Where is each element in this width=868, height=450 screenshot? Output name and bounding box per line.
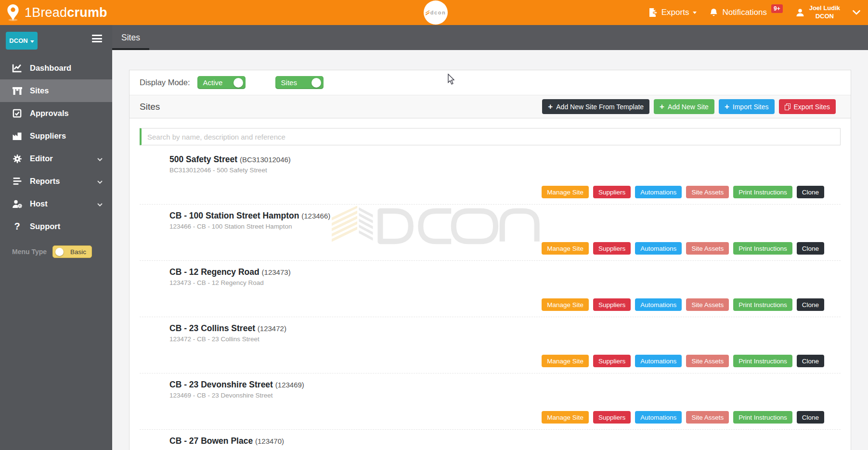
sidebar-item-label: Dashboard — [30, 64, 71, 73]
site-assets-button[interactable]: Site Assets — [686, 242, 729, 255]
user-org: DCON — [809, 13, 840, 21]
user-icon — [795, 8, 805, 17]
suppliers-button[interactable]: Suppliers — [593, 298, 631, 311]
site-assets-button[interactable]: Site Assets — [686, 298, 729, 311]
hamburger-menu-icon[interactable] — [92, 35, 102, 44]
sidebar-item-support[interactable]: ? Support — [0, 215, 112, 238]
print-instructions-button[interactable]: Print Instructions — [733, 186, 792, 198]
site-assets-button[interactable]: Site Assets — [686, 186, 729, 198]
site-reference: (123472) — [258, 324, 286, 333]
site-row: CB - 100 Station Street Hampton (123466)… — [140, 205, 841, 261]
clone-button[interactable]: Clone — [797, 186, 824, 198]
sites-toggle[interactable]: Sites — [275, 76, 324, 89]
manage-site-button[interactable]: Manage Site — [542, 242, 589, 255]
site-reference: (123466) — [301, 212, 330, 220]
site-title: CB - 100 Station Street Hampton (123466) — [169, 211, 841, 221]
site-name: CB - 12 Regency Road — [169, 267, 259, 277]
suppliers-button[interactable]: Suppliers — [593, 186, 631, 198]
search-input[interactable] — [140, 128, 841, 145]
clone-button[interactable]: Clone — [797, 411, 824, 424]
manage-site-button[interactable]: Manage Site — [542, 411, 589, 424]
sidebar-item-label: Editor — [30, 154, 53, 163]
clone-button[interactable]: Clone — [797, 298, 824, 311]
clone-button[interactable]: Clone — [797, 242, 824, 255]
toggle-label: Sites — [281, 78, 297, 87]
exports-menu[interactable]: Exports — [648, 8, 697, 17]
site-reference: (123469) — [275, 381, 304, 389]
print-instructions-button[interactable]: Print Instructions — [733, 355, 792, 367]
sites-gate-icon — [12, 86, 23, 96]
suppliers-button[interactable]: Suppliers — [593, 355, 631, 367]
exports-label: Exports — [661, 8, 689, 17]
toggle-knob — [55, 248, 64, 256]
manage-site-button[interactable]: Manage Site — [542, 355, 589, 367]
print-instructions-button[interactable]: Print Instructions — [733, 411, 792, 424]
site-title: CB - 12 Regency Road (123473) — [169, 267, 841, 277]
org-selector-button[interactable]: DCON — [6, 32, 38, 50]
site-row: 500 Safety Street (BC313012046) BC313012… — [140, 148, 841, 205]
user-menu[interactable]: Joel Ludik DCON — [795, 4, 840, 21]
print-instructions-button[interactable]: Print Instructions — [733, 242, 792, 255]
automations-button[interactable]: Automations — [635, 355, 682, 367]
automations-button[interactable]: Automations — [635, 242, 682, 255]
tab-sites[interactable]: Sites — [112, 25, 149, 50]
sidebar-item-editor[interactable]: Editor — [0, 147, 112, 170]
site-row: CB - 12 Regency Road (123473) 123473 - C… — [140, 261, 841, 317]
display-mode-label: Display Mode: — [140, 78, 190, 87]
dcon-mark-icon — [426, 10, 429, 15]
panel-title: Sites — [140, 102, 160, 112]
dashboard-chart-icon — [12, 63, 23, 73]
import-sites-button[interactable]: +Import Sites — [719, 99, 775, 114]
automations-button[interactable]: Automations — [635, 186, 682, 198]
active-toggle[interactable]: Active — [197, 76, 246, 89]
sidebar: DCON Dashboard Sites Approvals Sup — [0, 25, 112, 450]
automations-button[interactable]: Automations — [635, 411, 682, 424]
button-label: Add New Site — [668, 103, 709, 111]
sidebar-item-suppliers[interactable]: Suppliers — [0, 125, 112, 147]
manage-site-button[interactable]: Manage Site — [542, 298, 589, 311]
toggle-knob — [233, 78, 243, 88]
site-title: CB - 23 Devonshire Street (123469) — [169, 380, 841, 390]
sidebar-item-reports[interactable]: Reports — [0, 170, 112, 193]
button-label: Import Sites — [733, 103, 769, 111]
plus-icon: + — [660, 103, 664, 111]
menu-type-toggle[interactable]: Basic — [52, 245, 92, 258]
site-subtitle: 123469 - CB - 23 Devonshire Street — [169, 392, 841, 400]
brand-logo: 1Breadcrumb — [0, 4, 107, 21]
site-reference: (BC313012046) — [240, 155, 291, 164]
print-instructions-button[interactable]: Print Instructions — [733, 298, 792, 311]
menu-type-label: Menu Type — [12, 248, 47, 256]
add-new-site-from-template-button[interactable]: +Add New Site From Template — [542, 99, 649, 114]
clone-button[interactable]: Clone — [797, 355, 824, 367]
suppliers-button[interactable]: Suppliers — [593, 411, 631, 424]
sidebar-item-approvals[interactable]: Approvals — [0, 102, 112, 125]
chevron-down-icon[interactable] — [853, 10, 860, 15]
site-row: CB - 23 Devonshire Street (123469) 12346… — [140, 373, 841, 430]
automations-button[interactable]: Automations — [635, 298, 682, 311]
notifications-menu[interactable]: Notifications 9+ — [709, 8, 782, 18]
caret-down-icon — [30, 40, 34, 43]
sidebar-item-label: Approvals — [30, 109, 69, 118]
manage-site-button[interactable]: Manage Site — [542, 186, 589, 198]
suppliers-button[interactable]: Suppliers — [593, 242, 631, 255]
sidebar-menu: Dashboard Sites Approvals Suppliers Edit… — [0, 57, 112, 238]
sidebar-item-sites[interactable]: Sites — [0, 79, 112, 102]
sidebar-item-label: Sites — [30, 86, 49, 95]
site-name: 500 Safety Street — [169, 154, 237, 164]
export-sites-button[interactable]: Export Sites — [779, 99, 836, 114]
sidebar-item-label: Support — [30, 222, 60, 231]
site-actions: Manage SiteSuppliersAutomationsSite Asse… — [140, 411, 841, 424]
panel-header: Sites +Add New Site From Template+Add Ne… — [130, 95, 851, 118]
header-right: Exports Notifications 9+ Joel Ludik DCON — [648, 4, 868, 21]
panel-body: 500 Safety Street (BC313012046) BC313012… — [130, 118, 851, 450]
sidebar-item-dashboard[interactable]: Dashboard — [0, 57, 112, 79]
brand-name: 1Breadcrumb — [25, 5, 107, 20]
add-new-site-button[interactable]: +Add New Site — [654, 99, 714, 114]
notifications-label: Notifications — [722, 8, 767, 17]
user-name-block: Joel Ludik DCON — [809, 4, 840, 21]
site-assets-button[interactable]: Site Assets — [686, 355, 729, 367]
plus-icon: + — [548, 103, 553, 111]
site-assets-button[interactable]: Site Assets — [686, 411, 729, 424]
sidebar-item-host[interactable]: Host — [0, 193, 112, 215]
factory-icon — [12, 131, 23, 141]
